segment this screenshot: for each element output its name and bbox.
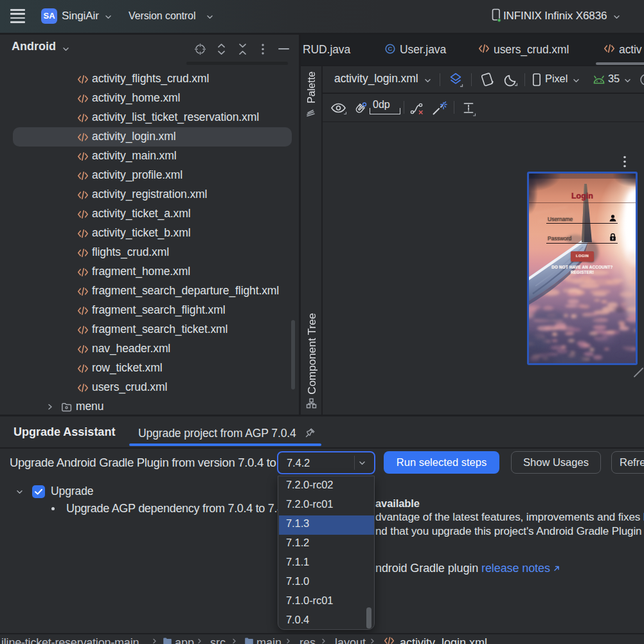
svg-text:C: C bbox=[388, 45, 393, 52]
